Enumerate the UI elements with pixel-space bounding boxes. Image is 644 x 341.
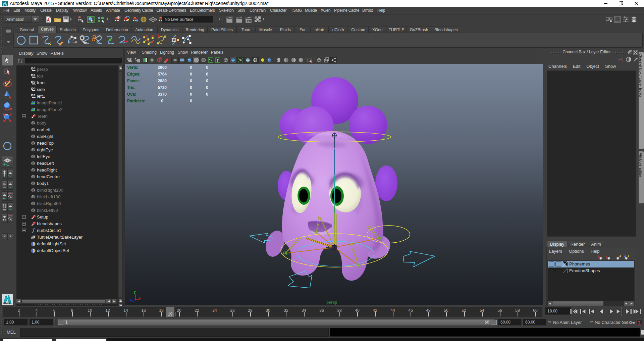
svg-text:T: T <box>217 58 219 62</box>
svg-text:y: y <box>134 290 136 294</box>
svg-text:MAYA: MAYA <box>4 302 10 304</box>
svg-text:z: z <box>130 298 131 301</box>
svg-text:IPR: IPR <box>247 20 251 22</box>
svg-text:x: x <box>139 296 141 299</box>
